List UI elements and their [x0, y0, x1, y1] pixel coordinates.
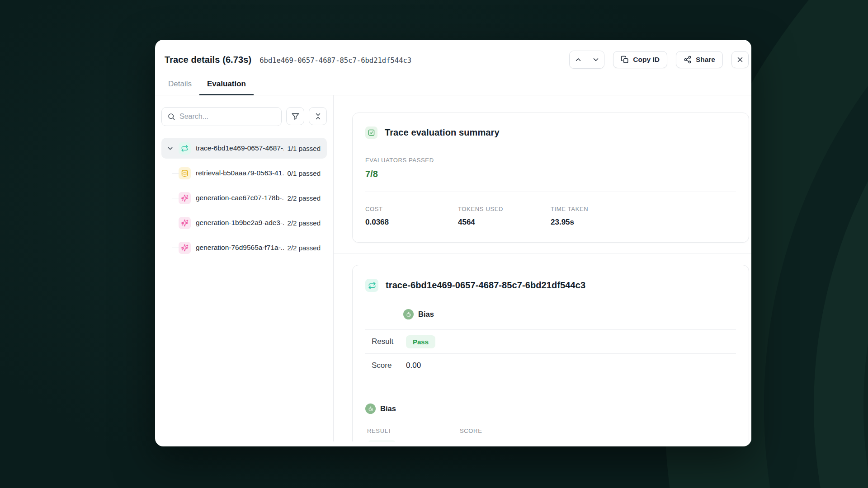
evaluators-passed-value: 7/8 [365, 169, 736, 179]
node-status: 2/2 passed [288, 244, 321, 252]
detail-score-label: SCORE [460, 427, 552, 434]
trace-card-title: trace-6bd1e469-0657-4687-85c7-6bd21df544… [386, 280, 585, 291]
trace-arrows-icon [365, 279, 378, 292]
trace-nav-group [569, 51, 604, 69]
detail-score-column: SCORE 0.00 [460, 427, 552, 441]
detail-result-value: Pass [367, 441, 460, 441]
evaluator-detail-columns: RESULT Pass SCORE 0.00 [365, 427, 736, 441]
metric-value: 4564 [458, 218, 551, 227]
tab-bar: Details Evaluation [155, 75, 751, 95]
trace-tree-sidebar: trace-6bd1e469-0657-4687-... 1/1 passed … [155, 95, 334, 441]
result-pass-badge: Pass [406, 335, 435, 348]
metric-value: 23.95s [551, 218, 588, 227]
evaluator-detail-header: Bias [365, 404, 736, 414]
divider [365, 192, 736, 192]
detail-result-column: RESULT Pass [367, 427, 460, 441]
detail-result-label: RESULT [367, 427, 460, 434]
trace-details-modal: Trace details (6.73s) 6bd1e469-0657-4687… [155, 40, 751, 446]
share-label: Share [696, 56, 715, 64]
trace-evaluation-summary-card: Trace evaluation summary EVALUATORS PASS… [352, 113, 749, 243]
next-trace-button[interactable] [587, 51, 604, 68]
evaluator-name: Bias [380, 404, 396, 413]
filter-button[interactable] [286, 107, 304, 125]
node-type-icon [179, 217, 191, 229]
summary-metrics: COST 0.0368 TOKENS USED 4564 TIME TAKEN … [365, 206, 736, 227]
share-button[interactable]: Share [676, 51, 723, 68]
metric-value: 0.0368 [365, 218, 458, 227]
modal-header: Trace details (6.73s) 6bd1e469-0657-4687… [155, 40, 751, 69]
summary-card-title: Trace evaluation summary [385, 127, 500, 138]
filter-icon [291, 112, 300, 121]
tree-node[interactable]: generation-76d9565a-f71a-... 2/2 passed [161, 237, 327, 258]
node-status: 2/2 passed [288, 219, 321, 227]
desktop-background: Trace details (6.73s) 6bd1e469-0657-4687… [0, 0, 868, 488]
trace-icon [181, 145, 189, 152]
summary-metric: TIME TAKEN 23.95s [551, 206, 588, 227]
collapse-vertical-icon [314, 112, 322, 121]
score-label: Score [372, 361, 406, 370]
tree-node[interactable]: generation-1b9be2a9-ade3-... 2/2 passed [161, 212, 327, 233]
copy-icon [621, 56, 629, 64]
database-icon [181, 169, 189, 177]
close-button[interactable] [731, 51, 749, 68]
robot-icon [403, 309, 414, 319]
copy-id-label: Copy ID [633, 56, 660, 64]
tab-evaluation[interactable]: Evaluation [199, 75, 254, 95]
chevron-down-icon [592, 56, 600, 64]
sparkles-icon [181, 244, 189, 252]
metric-label: TIME TAKEN [551, 206, 588, 212]
node-label: generation-1b9be2a9-ade3-... [196, 219, 284, 227]
score-row: Score 0.00 [365, 354, 736, 377]
tree-node[interactable]: generation-cae67c07-178b-... 2/2 passed [161, 188, 327, 208]
node-type-icon [179, 242, 191, 254]
sidebar-toolbar [161, 107, 327, 126]
node-type-icon [179, 142, 191, 155]
header-actions: Copy ID Share [569, 51, 749, 69]
result-pass-badge: Pass [367, 441, 396, 441]
result-label: Result [372, 337, 406, 346]
search-input[interactable] [179, 113, 276, 121]
section-divider [334, 253, 751, 254]
checkbox-icon [365, 127, 377, 139]
evaluation-panel: Trace evaluation summary EVALUATORS PASS… [334, 95, 751, 441]
summary-metric: TOKENS USED 4564 [458, 206, 551, 227]
tree-node[interactable]: trace-6bd1e469-0657-4687-... 1/1 passed [161, 138, 327, 159]
evaluators-passed-label: EVALUATORS PASSED [365, 157, 736, 164]
share-icon [684, 56, 692, 64]
node-type-icon [179, 167, 191, 179]
node-status: 2/2 passed [288, 194, 321, 202]
node-label: generation-cae67c07-178b-... [196, 194, 284, 202]
node-status: 0/1 passed [288, 169, 321, 177]
modal-body: trace-6bd1e469-0657-4687-... 1/1 passed … [155, 95, 751, 441]
trace-card-header: trace-6bd1e469-0657-4687-85c7-6bd21df544… [365, 279, 736, 292]
chevron-down-icon[interactable] [166, 144, 174, 152]
node-label: trace-6bd1e469-0657-4687-... [196, 144, 284, 152]
node-label: generation-76d9565a-f71a-... [196, 244, 284, 252]
modal-title: Trace details (6.73s) [165, 55, 251, 65]
summary-card-header: Trace evaluation summary [365, 127, 736, 139]
chevron-up-icon [574, 56, 582, 64]
search-box [161, 107, 282, 126]
summary-metric: COST 0.0368 [365, 206, 458, 227]
sparkles-icon [181, 194, 189, 202]
metric-label: COST [365, 206, 458, 212]
previous-trace-button[interactable] [570, 51, 587, 68]
trace-evaluation-card: trace-6bd1e469-0657-4687-85c7-6bd21df544… [352, 265, 749, 441]
score-value: 0.00 [406, 361, 421, 370]
node-label: retrieval-b50aaa79-0563-41... [196, 169, 284, 177]
tree-node[interactable]: retrieval-b50aaa79-0563-41... 0/1 passed [161, 163, 327, 183]
node-type-icon [179, 192, 191, 204]
header-title-group: Trace details (6.73s) 6bd1e469-0657-4687… [165, 55, 411, 65]
tab-details[interactable]: Details [160, 75, 199, 95]
close-icon [736, 56, 744, 64]
trace-id: 6bd1e469-0657-4687-85c7-6bd21df544c3 [259, 56, 411, 65]
sparkles-icon [181, 219, 189, 227]
collapse-all-button[interactable] [309, 107, 327, 125]
copy-id-button[interactable]: Copy ID [613, 51, 667, 68]
robot-icon [365, 404, 376, 414]
evaluator-name: Bias [418, 310, 434, 319]
search-icon [167, 113, 175, 121]
evaluator-header: Bias [403, 309, 736, 319]
node-status: 1/1 passed [288, 145, 321, 152]
metric-label: TOKENS USED [458, 206, 551, 212]
